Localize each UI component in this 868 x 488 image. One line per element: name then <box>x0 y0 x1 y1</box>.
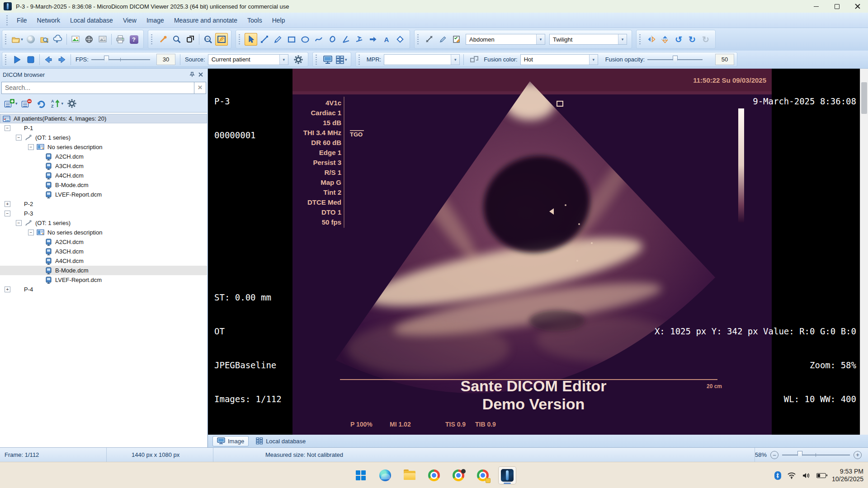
tree-row-image[interactable]: A4CH.dcm <box>0 171 207 180</box>
image-viewport[interactable]: 11:50:22 Su 09/03/2025 4V1c Cardiac 1 15… <box>208 69 868 435</box>
sort-button[interactable]: AZ <box>49 97 65 110</box>
zoom-out-button[interactable] <box>770 451 778 459</box>
wifi-icon[interactable] <box>787 472 796 479</box>
draw-ellipse-button[interactable] <box>299 33 311 46</box>
fusion-opacity-thumb[interactable] <box>673 56 678 63</box>
toolbar-drag-handle[interactable] <box>151 34 152 44</box>
maximize-button[interactable] <box>826 0 847 13</box>
palette-combo[interactable]: Twilight <box>549 34 627 45</box>
fps-slider-thumb[interactable] <box>104 56 109 63</box>
fusion-color-combo[interactable]: Hot <box>520 54 598 65</box>
menu-file[interactable]: File <box>12 14 32 26</box>
tree-row-image[interactable]: A3CH.dcm <box>0 161 207 171</box>
collapse-expander[interactable]: − <box>16 135 22 141</box>
preset-combo[interactable]: Abdomen <box>466 34 545 45</box>
fusion-button[interactable] <box>468 53 481 66</box>
fusion-color-arrow[interactable] <box>589 55 598 65</box>
source-combo[interactable]: Current patient <box>208 54 288 65</box>
toolbar-drag-handle[interactable] <box>239 34 240 44</box>
refresh-button[interactable] <box>34 97 48 110</box>
copy-to-clipboard-button[interactable] <box>96 33 109 46</box>
mpr-combo[interactable] <box>384 54 460 65</box>
volume-icon[interactable] <box>802 472 811 479</box>
taskbar-chrome-profile-2[interactable] <box>449 466 467 484</box>
menu-view[interactable]: View <box>118 14 142 26</box>
tree-row-image[interactable]: A4CH.dcm <box>0 256 207 266</box>
tree-row-study[interactable]: − (OT: 1 series) <box>0 218 207 228</box>
tree-row-series[interactable]: − No series description <box>0 228 207 237</box>
tree-row-patient[interactable]: + P-2 <box>0 199 207 209</box>
stop-button[interactable] <box>24 53 37 66</box>
search-input[interactable] <box>1 82 194 94</box>
tree-row-image[interactable]: B-Mode.dcm <box>0 180 207 190</box>
tree-row-image[interactable]: LVEF-Report.dcm <box>0 275 207 285</box>
search-clear-button[interactable] <box>194 82 206 94</box>
taskbar-clock[interactable]: 9:53 PM 10/26/2025 <box>832 468 863 483</box>
export-image-button[interactable] <box>69 33 82 46</box>
actual-size-button[interactable] <box>202 33 214 46</box>
eraser-button[interactable] <box>394 33 406 46</box>
battery-icon[interactable] <box>816 473 826 478</box>
previous-frame-button[interactable] <box>42 53 55 66</box>
tab-local-database[interactable]: Local database <box>251 436 310 446</box>
toolbar-drag-handle[interactable] <box>5 55 6 65</box>
remove-from-list-button[interactable] <box>20 97 33 110</box>
toolbar-drag-handle[interactable] <box>316 55 317 65</box>
fusion-opacity-slider[interactable] <box>647 55 703 64</box>
sort-dropdown[interactable] <box>61 101 64 106</box>
viewer-scrollbar-thumb[interactable] <box>861 82 867 114</box>
measure-line-button[interactable] <box>258 33 271 46</box>
toolbar-drag-handle[interactable] <box>417 34 419 44</box>
taskbar-edge[interactable] <box>376 466 394 484</box>
menu-drag-handle[interactable] <box>6 15 8 25</box>
rotate-left-button[interactable] <box>672 33 685 46</box>
grid-layout-dropdown[interactable] <box>345 57 347 62</box>
export-video-button[interactable] <box>83 33 95 46</box>
taskbar-chrome-labs[interactable] <box>474 466 492 484</box>
probe-tool-button[interactable] <box>157 33 170 46</box>
scan-folder-button[interactable] <box>38 33 51 46</box>
play-button[interactable] <box>11 53 24 66</box>
collapse-expander[interactable]: − <box>28 144 34 150</box>
toolbar-drag-handle[interactable] <box>5 34 6 44</box>
dicom-network-button[interactable] <box>52 33 64 46</box>
fps-slider[interactable] <box>91 55 150 64</box>
add-to-list-button[interactable] <box>3 97 19 110</box>
source-combo-arrow[interactable] <box>279 55 288 65</box>
tree-row-image-selected[interactable]: B-Mode.dcm <box>0 266 207 275</box>
open-folder-button[interactable] <box>11 33 24 46</box>
help-button[interactable] <box>127 33 140 46</box>
menu-tools[interactable]: Tools <box>242 14 267 26</box>
palette-combo-arrow[interactable] <box>618 34 627 44</box>
flip-horizontal-button[interactable] <box>659 33 671 46</box>
taskbar-microdicom-active[interactable] <box>498 466 516 484</box>
menu-image[interactable]: Image <box>142 14 169 26</box>
taskbar-chrome[interactable] <box>425 466 443 484</box>
tree-row-patient[interactable]: − P-3 <box>0 209 207 218</box>
menu-measure-annotate[interactable]: Measure and annotate <box>169 14 242 26</box>
tree-row-image[interactable]: LVEF-Report.dcm <box>0 190 207 199</box>
zoom-tool-button[interactable] <box>170 33 183 46</box>
draw-closed-polyline-button[interactable] <box>326 33 339 46</box>
edit-annotations-button[interactable] <box>450 33 463 46</box>
fps-value[interactable]: 30 <box>156 54 175 65</box>
toolbar-drag-handle[interactable] <box>359 55 360 65</box>
collapse-expander[interactable]: − <box>16 220 22 226</box>
measure-angle-button[interactable] <box>340 33 352 46</box>
open-cd-button[interactable] <box>24 33 37 46</box>
expand-expander[interactable]: + <box>5 201 10 207</box>
close-button[interactable] <box>847 0 868 13</box>
collapse-expander[interactable]: − <box>28 230 34 235</box>
preset-combo-arrow[interactable] <box>536 34 545 44</box>
tree-row-patient[interactable]: − P-1 <box>0 123 207 133</box>
tree-row-image[interactable]: A3CH.dcm <box>0 247 207 256</box>
toolbar-drag-handle[interactable] <box>639 34 641 44</box>
tree-row-series[interactable]: − No series description <box>0 142 207 152</box>
tree-row-study[interactable]: − (OT: 1 series) <box>0 133 207 142</box>
cine-settings-button[interactable] <box>292 53 305 66</box>
measure-cobb-angle-button[interactable] <box>353 33 366 46</box>
flip-vertical-button[interactable] <box>645 33 658 46</box>
menu-network[interactable]: Network <box>32 14 65 26</box>
tree-row-image[interactable]: A2CH.dcm <box>0 237 207 247</box>
rotate-custom-button[interactable] <box>699 33 712 46</box>
